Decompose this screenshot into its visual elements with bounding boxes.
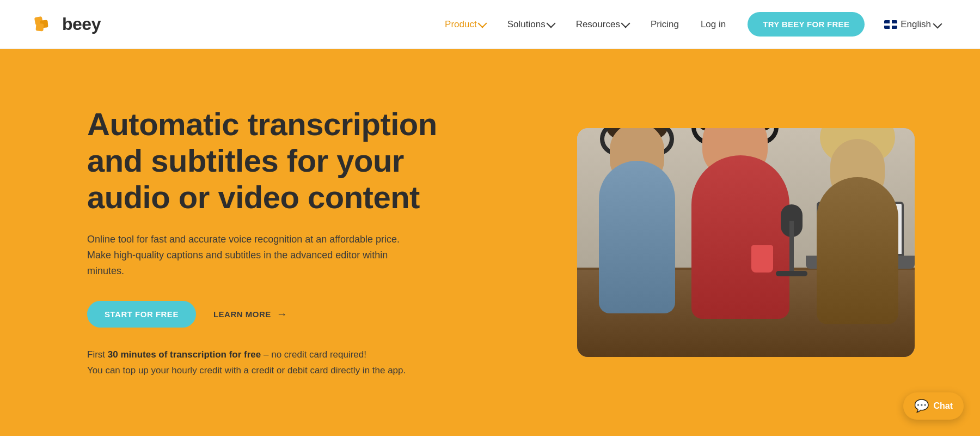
hero-subtitle: Online tool for fast and accurate voice … <box>87 232 414 278</box>
start-free-button[interactable]: START FOR FREE <box>87 301 196 328</box>
nav-resources[interactable]: Resources <box>567 15 638 34</box>
learn-more-button[interactable]: LEARN MORE → <box>213 308 287 320</box>
nav-product[interactable]: Product <box>436 15 494 34</box>
hero-image-area <box>495 128 915 357</box>
nav-solutions[interactable]: Solutions <box>499 15 563 34</box>
hero-content: Automatic transcription and subtitles fo… <box>87 106 495 378</box>
navbar: beey Product Solutions Resources Pricing… <box>0 0 980 49</box>
hero-buttons: START FOR FREE LEARN MORE → <box>87 301 474 328</box>
arrow-right-icon: → <box>277 308 288 320</box>
svg-rect-2 <box>35 23 44 31</box>
chevron-down-icon <box>933 19 942 28</box>
people-scene <box>577 128 915 357</box>
nav-login[interactable]: Log in <box>692 15 734 34</box>
chat-button[interactable]: 💬 Chat <box>903 392 964 420</box>
try-free-button[interactable]: TRY BEEY FOR FREE <box>748 12 865 37</box>
flag-uk-icon <box>884 20 897 29</box>
chat-bubble-icon: 💬 <box>914 399 929 413</box>
hero-section: Automatic transcription and subtitles fo… <box>0 49 980 436</box>
language-selector[interactable]: English <box>878 15 947 34</box>
beey-logo-icon <box>33 13 57 37</box>
chevron-down-icon <box>477 19 487 28</box>
hero-free-note: First 30 minutes of transcription for fr… <box>87 347 474 379</box>
brand-name: beey <box>62 14 101 34</box>
chevron-down-icon <box>621 19 630 28</box>
nav-links: Product Solutions Resources Pricing Log … <box>436 12 947 37</box>
logo[interactable]: beey <box>33 13 101 37</box>
hero-image <box>577 128 915 357</box>
hero-title: Automatic transcription and subtitles fo… <box>87 106 474 215</box>
nav-pricing[interactable]: Pricing <box>642 15 688 34</box>
chevron-down-icon <box>546 19 555 28</box>
